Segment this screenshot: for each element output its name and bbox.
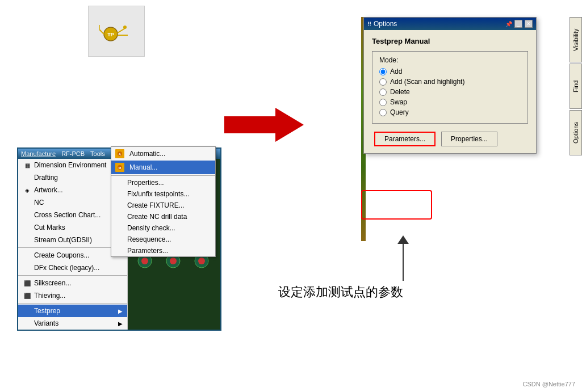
menu-rfpcb[interactable]: RF-PCB — [61, 150, 85, 157]
submenu-resequence[interactable]: Resequence... — [111, 234, 215, 245]
separator-2 — [18, 275, 127, 276]
streamout-icon — [23, 235, 32, 245]
annotation-text: 设定添加测试点的参数 — [278, 284, 403, 301]
svg-marker-40 — [397, 235, 409, 244]
cutmarks-icon — [23, 223, 32, 232]
dimension-icon: ▦ — [23, 161, 32, 170]
svg-point-3 — [123, 26, 127, 29]
svg-point-30 — [170, 258, 177, 264]
radio-add-label: Add — [390, 68, 402, 75]
submenu-density[interactable]: Density check... — [111, 222, 215, 234]
options-tab[interactable]: Options — [570, 110, 582, 155]
automatic-icon: A — [115, 149, 125, 159]
menu-item-variants[interactable]: Variants ▶ — [18, 317, 127, 330]
mode-group: Mode: Add Add (Scan and highlight) Delet… — [372, 51, 528, 124]
visibility-tab[interactable]: Visibility — [570, 17, 582, 62]
red-highlight-box — [361, 190, 432, 220]
thieving-icon: ⬛ — [23, 291, 32, 300]
submenu-properties[interactable]: Properties... — [111, 177, 215, 188]
tp-icon-area: TP — [88, 6, 145, 57]
submenu-separator-1 — [111, 175, 215, 176]
menu-item-silkscreen[interactable]: ⬛ Silkscreen... — [18, 277, 127, 289]
dialog-titlebar: ⠿ Options 📌 _ ✕ — [364, 18, 536, 30]
properties-button[interactable]: Properties... — [441, 132, 497, 146]
menu-tools[interactable]: Tools — [90, 150, 105, 157]
up-arrow-svg — [395, 235, 412, 281]
menu-item-thieving[interactable]: ⬛ Thieving... — [18, 289, 127, 302]
dialog-title: Options — [374, 20, 397, 28]
radio-swap-input[interactable] — [379, 99, 387, 106]
submenu-manual[interactable]: M Manual... — [111, 161, 215, 174]
svg-line-5 — [99, 29, 104, 34]
crosssection-icon — [23, 210, 32, 220]
dialog-titlebar-controls: 📌 _ ✕ — [505, 20, 533, 28]
dialog-grip-icon: ⠿ — [367, 21, 371, 27]
dialog-buttons: Parameters... Properties... — [372, 132, 528, 146]
tp-icon: TP — [99, 16, 133, 47]
radio-delete-input[interactable] — [379, 88, 387, 96]
submenu-testprep: A Automatic... M Manual... Properties...… — [111, 146, 216, 257]
dfx-icon — [23, 263, 32, 272]
radio-delete[interactable]: Delete — [379, 88, 521, 96]
watermark: CSDN @Nettie777 — [523, 381, 575, 387]
menu-item-testprep[interactable]: Testprep ▶ — [18, 305, 127, 317]
submenu-fixunfix[interactable]: Fix/unfix testpoints... — [111, 188, 215, 200]
submenu-nc-drill[interactable]: Create NC drill data — [111, 211, 215, 222]
radio-scan[interactable]: Add (Scan and highlight) — [379, 78, 521, 86]
coupons-icon — [23, 251, 32, 260]
mode-label: Mode: — [379, 56, 521, 64]
radio-add[interactable]: Add — [379, 68, 521, 75]
parameters-button[interactable]: Parameters... — [374, 132, 436, 146]
variants-icon — [23, 319, 32, 328]
svg-line-2 — [118, 28, 125, 33]
svg-text:M: M — [119, 166, 122, 170]
radio-delete-label: Delete — [390, 88, 410, 96]
find-tab[interactable]: Find — [570, 64, 582, 109]
drafting-icon — [23, 173, 32, 182]
svg-point-28 — [141, 258, 148, 264]
submenu-automatic[interactable]: A Automatic... — [111, 147, 215, 161]
menu-item-dfx[interactable]: DFx Check (legacy)... — [18, 262, 127, 274]
options-dialog: ⠿ Options 📌 _ ✕ Testprep Manual Mode: Ad… — [363, 17, 537, 154]
arrow-right — [221, 105, 307, 145]
menu-manufacture[interactable]: Manufacture — [21, 150, 56, 157]
nc-icon — [23, 198, 32, 207]
svg-text:A: A — [119, 153, 122, 156]
radio-query-input[interactable] — [379, 109, 387, 116]
up-arrow-annotation — [395, 235, 412, 281]
separator-3 — [18, 303, 127, 304]
close-button[interactable]: ✕ — [525, 20, 533, 28]
svg-marker-7 — [224, 108, 304, 142]
svg-text:TP: TP — [107, 32, 114, 37]
testprep-icon — [23, 306, 32, 315]
radio-query[interactable]: Query — [379, 108, 521, 116]
submenu-parameters[interactable]: Parameters... — [111, 245, 215, 256]
variants-arrow: ▶ — [118, 321, 123, 327]
submenu-fixture[interactable]: Create FIXTURE... — [111, 200, 215, 211]
radio-swap[interactable]: Swap — [379, 98, 521, 106]
radio-swap-label: Swap — [390, 98, 407, 106]
side-tabs: Visibility Find Options — [570, 17, 582, 157]
pin-icon[interactable]: 📌 — [505, 21, 512, 27]
manual-icon: M — [115, 162, 125, 172]
artwork-icon: ◈ — [23, 186, 32, 195]
radio-scan-label: Add (Scan and highlight) — [390, 78, 464, 86]
dialog-titlebar-left: ⠿ Options — [367, 20, 397, 28]
testprep-arrow: ▶ — [118, 308, 123, 314]
radio-query-label: Query — [390, 108, 409, 116]
svg-point-32 — [198, 258, 205, 264]
dialog-subtitle: Testprep Manual — [372, 37, 528, 45]
radio-scan-input[interactable] — [379, 78, 387, 86]
silkscreen-icon: ⬛ — [23, 279, 32, 288]
dialog-content: Testprep Manual Mode: Add Add (Scan and … — [364, 30, 536, 153]
radio-add-input[interactable] — [379, 68, 387, 75]
minimize-button[interactable]: _ — [514, 20, 522, 28]
